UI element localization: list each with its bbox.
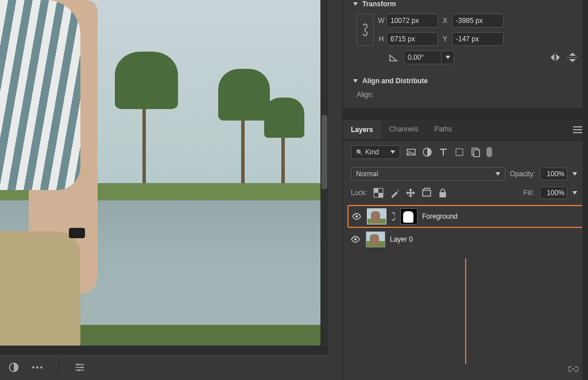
rotation-dropdown[interactable]: [442, 51, 454, 64]
canvas-scrollbar-thumb[interactable]: [322, 115, 327, 189]
link-layers-icon[interactable]: [568, 364, 578, 374]
angle-icon: [389, 53, 398, 62]
flip-vertical-icon[interactable]: [567, 52, 578, 63]
lock-position-icon[interactable]: [405, 188, 416, 198]
sliders-icon[interactable]: [74, 362, 86, 373]
fill-label: Fill:: [523, 189, 534, 197]
tab-channels[interactable]: Channels: [381, 119, 427, 140]
filter-type-icon[interactable]: [438, 147, 448, 157]
panel-menu-icon[interactable]: [567, 121, 588, 139]
svg-point-15: [355, 215, 358, 218]
mask-link-icon[interactable]: [391, 211, 396, 222]
document-canvas[interactable]: [0, 0, 328, 354]
filter-pixel-icon[interactable]: [406, 147, 416, 157]
layer-row-foreground[interactable]: Foreground: [347, 205, 583, 228]
opacity-label: Opacity:: [510, 170, 535, 178]
svg-rect-12: [378, 193, 383, 197]
more-options-icon[interactable]: [32, 362, 44, 373]
svg-point-16: [354, 238, 357, 241]
flip-horizontal-icon[interactable]: [549, 53, 562, 62]
visibility-toggle[interactable]: [352, 213, 362, 220]
lock-label: Lock:: [351, 189, 368, 197]
svg-point-3: [78, 369, 80, 371]
height-field[interactable]: 6715 px: [386, 32, 438, 46]
layer-list: Foreground Layer 0: [343, 205, 588, 251]
opacity-dropdown[interactable]: [570, 168, 580, 180]
layers-filter-bar: Kind: [343, 141, 588, 164]
lock-all-icon[interactable]: [438, 188, 448, 198]
svg-rect-7: [456, 149, 463, 156]
lock-transparency-icon[interactable]: [373, 188, 384, 198]
svg-point-2: [81, 366, 83, 368]
chevron-down-icon[interactable]: [353, 79, 358, 83]
layer-thumbnail[interactable]: [367, 208, 386, 224]
layer-mask-thumbnail[interactable]: [400, 208, 417, 224]
rotation-field[interactable]: 0,00°: [404, 51, 442, 64]
svg-point-1: [77, 363, 79, 365]
chevron-down-icon[interactable]: [353, 2, 358, 6]
svg-rect-13: [423, 191, 431, 196]
annotation-arrow: [465, 258, 466, 364]
tab-layers[interactable]: Layers: [343, 120, 381, 139]
fill-dropdown[interactable]: [570, 187, 580, 199]
svg-rect-14: [439, 192, 446, 197]
filter-smart-icon[interactable]: [470, 147, 481, 157]
layer-thumbnail[interactable]: [366, 231, 385, 247]
layer-row-layer0[interactable]: Layer 0: [347, 228, 583, 251]
x-field[interactable]: -3985 px: [452, 14, 504, 28]
filter-toggle[interactable]: [486, 147, 492, 157]
section-title: Align and Distribute: [362, 77, 428, 85]
canvas-scrollbar[interactable]: [320, 0, 328, 346]
opacity-field[interactable]: 100%: [540, 168, 567, 180]
y-field[interactable]: -147 px: [452, 32, 504, 46]
adjust-contrast-icon[interactable]: [8, 362, 20, 373]
transform-section: Transform W 10072 px X -3985 px H 6715 p…: [343, 0, 588, 69]
filter-shape-icon[interactable]: [454, 147, 465, 157]
align-label: Align:: [357, 91, 578, 99]
svg-rect-11: [374, 188, 378, 193]
panel-tabs: Layers Channels Paths: [343, 119, 588, 141]
layer-name[interactable]: Foreground: [422, 212, 458, 220]
fill-field[interactable]: 100%: [540, 187, 567, 199]
layer-name[interactable]: Layer 0: [390, 235, 413, 243]
x-label: X: [438, 17, 452, 25]
lock-pixels-icon[interactable]: [389, 188, 400, 198]
blend-mode-dropdown[interactable]: Normal: [351, 167, 505, 181]
tab-paths[interactable]: Paths: [426, 119, 460, 140]
width-field[interactable]: 10072 px: [386, 14, 438, 28]
aspect-lock-button[interactable]: [357, 14, 374, 46]
svg-rect-9: [474, 150, 479, 157]
width-label: W: [376, 17, 386, 25]
visibility-toggle[interactable]: [351, 236, 361, 243]
height-label: H: [376, 35, 386, 43]
properties-scrollbar-thumb[interactable]: [583, 17, 587, 80]
document-options-bar: [0, 354, 328, 380]
y-label: Y: [438, 35, 452, 43]
section-title: Transform: [362, 0, 396, 8]
document-image: [0, 0, 320, 346]
align-section: Align and Distribute Align:: [343, 69, 588, 108]
filter-kind-dropdown[interactable]: Kind: [351, 145, 400, 159]
lock-artboard-icon[interactable]: [421, 188, 432, 198]
filter-adjust-icon[interactable]: [422, 147, 432, 157]
